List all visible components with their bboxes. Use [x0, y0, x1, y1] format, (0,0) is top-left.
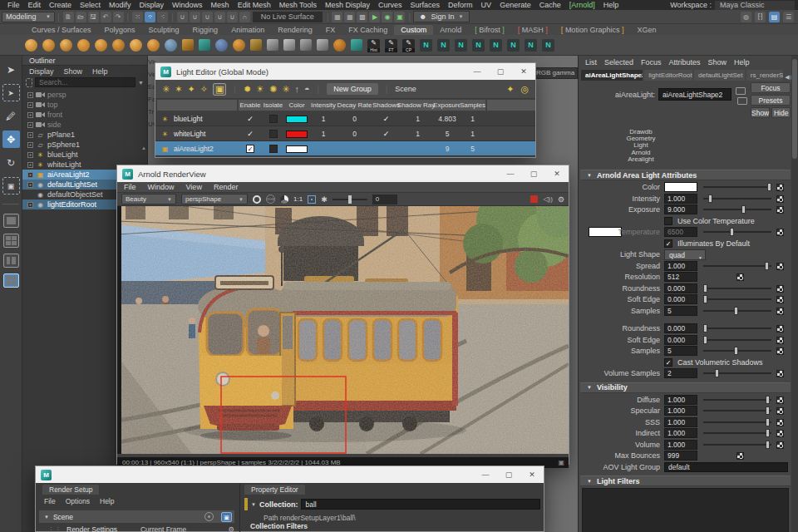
texture-map-button[interactable]	[736, 273, 744, 281]
snap-projected-icon[interactable]: ∪	[214, 12, 225, 22]
scene-header[interactable]: ▼ Scene ▣	[39, 510, 234, 523]
texture-map-button[interactable]	[776, 347, 784, 355]
minimize-button[interactable]: —	[499, 165, 522, 182]
ae-menu-list[interactable]: List	[585, 58, 597, 66]
outliner-item-pplane1[interactable]: +▱pPlane1	[22, 130, 147, 140]
texture-map-button[interactable]	[776, 337, 784, 344]
slider-handle[interactable]	[708, 195, 712, 203]
enable-cell[interactable]: ✓	[239, 111, 262, 126]
light-linking-icon[interactable]: ✦	[506, 84, 514, 95]
shelf-tab-arnold[interactable]: Arnold	[433, 25, 468, 35]
redo-icon[interactable]: ↷	[113, 12, 124, 22]
light-editor-titlebar[interactable]: M Light Editor (Global Mode) — ▢ ✕	[155, 63, 535, 80]
skydome-light-icon[interactable]: ✧	[200, 84, 208, 95]
color-swatch[interactable]	[286, 131, 308, 138]
menu-edit[interactable]: Edit	[24, 1, 46, 9]
shelf-smooth-icon[interactable]	[165, 39, 177, 52]
ae-menu-help[interactable]: Help	[734, 58, 750, 66]
new-scene-icon[interactable]: 🗎	[63, 12, 74, 22]
snap-curve-icon[interactable]: ∪	[190, 12, 200, 22]
renderview-menu-file[interactable]: File	[124, 183, 136, 191]
slider-handle[interactable]	[766, 418, 770, 426]
isolate-cell[interactable]	[262, 126, 284, 141]
isolate-checkbox[interactable]	[269, 130, 278, 138]
light-row-bluelight[interactable]: ✳blueLight✓10✓14.8031	[155, 111, 535, 126]
menu-edit-mesh[interactable]: Edit Mesh	[234, 1, 275, 9]
column-header-intensity[interactable]: Intensity	[309, 100, 337, 111]
slider-handle[interactable]	[734, 307, 738, 315]
slider-handle[interactable]	[730, 228, 734, 236]
column-header-color[interactable]: Color	[284, 100, 309, 111]
slider-specular[interactable]	[703, 410, 771, 411]
ae-menu-selected[interactable]: Selected	[604, 58, 633, 66]
shelf-mash-network-icon[interactable]: N	[472, 39, 485, 52]
dropdown-light-shape[interactable]: quad▼	[664, 249, 706, 260]
outliner-item-psphere1[interactable]: +▱pSphere1	[22, 140, 147, 150]
make-live-icon[interactable]: ∩	[239, 12, 250, 22]
menu-display[interactable]: Display	[135, 1, 169, 9]
slider-samples[interactable]	[703, 310, 771, 312]
render-setup-tab[interactable]: Render Setup	[42, 485, 99, 495]
output-operations-icon[interactable]: ▦	[344, 12, 355, 22]
renderview-menu-window[interactable]: Window	[148, 183, 175, 191]
isolate-checkbox[interactable]	[269, 115, 278, 123]
shelf-mash-network-icon[interactable]: N	[507, 39, 520, 52]
render-icon[interactable]: ▶	[369, 12, 380, 22]
shelf-tab-mash[interactable]: [ MASH ]	[511, 25, 554, 35]
texture-map-button[interactable]	[736, 452, 744, 460]
menu-select[interactable]: Select	[76, 1, 105, 9]
presets-button[interactable]: Presets	[751, 95, 791, 106]
live-surface-field[interactable]: No Live Surface	[253, 12, 323, 22]
shelf-tab-bifrost[interactable]: [ Bifrost ]	[468, 25, 511, 35]
shelf-poly-primitive-icon[interactable]	[95, 39, 107, 52]
shelf-cube-icon[interactable]	[199, 39, 210, 51]
field-intensity[interactable]: 1.000	[664, 194, 697, 204]
renderview-menu-render[interactable]: Render	[214, 183, 239, 191]
slider-handle[interactable]	[703, 284, 707, 293]
samples-cell[interactable]: 5	[460, 141, 485, 156]
expand-icon[interactable]: +	[27, 162, 33, 168]
slider-roundness[interactable]	[703, 328, 771, 329]
shelf-poly-primitive-icon[interactable]	[112, 39, 125, 52]
intensity-cell[interactable]: 1	[309, 126, 337, 141]
shelf-poly-primitive-icon[interactable]	[130, 39, 142, 52]
menu-help[interactable]: Help	[599, 1, 623, 9]
shelf-extrude-icon[interactable]	[233, 39, 245, 52]
color-wheel-icon[interactable]	[280, 195, 288, 204]
field-resolution[interactable]: 512	[664, 272, 697, 282]
color-swatch[interactable]	[286, 116, 308, 123]
close-button[interactable]: ✕	[545, 165, 569, 182]
field-volume-samples[interactable]: 2	[664, 368, 697, 378]
slider-exposure[interactable]	[703, 209, 771, 210]
expand-icon[interactable]: +	[27, 122, 33, 128]
slider-volume[interactable]	[703, 444, 771, 446]
construction-history-icon[interactable]: ▩	[357, 12, 367, 22]
enable-cell[interactable]: ✓	[239, 126, 262, 141]
menu-windows[interactable]: Windows	[168, 1, 207, 9]
isolate-cell[interactable]	[262, 111, 284, 126]
slider-handle[interactable]	[766, 429, 770, 437]
render-setup-menu-file[interactable]: File	[44, 497, 56, 505]
slider-handle[interactable]	[741, 205, 746, 214]
samples-cell[interactable]: 1	[460, 111, 485, 126]
texture-map-button[interactable]	[776, 195, 784, 203]
shelf-poly-primitive-icon[interactable]	[25, 39, 37, 52]
shelf-combine-icon[interactable]	[182, 39, 194, 51]
decay-cell[interactable]: 0	[337, 111, 372, 126]
slider-handle[interactable]	[715, 369, 719, 377]
menu-arnold[interactable]: [Arnold]	[565, 1, 599, 9]
workspace-selector[interactable]: Maya Classic	[715, 1, 795, 10]
swap-input-icon[interactable]	[736, 87, 746, 95]
exposure-cell[interactable]: 4.803	[435, 111, 460, 126]
ambient-light-icon[interactable]: ✹	[244, 84, 251, 95]
outliner-menu-show[interactable]: Show	[64, 67, 83, 76]
layout-four-pane-button[interactable]	[3, 234, 19, 248]
tab-aiarealightshape2[interactable]: aiAreaLightShape2	[581, 70, 643, 81]
maximize-button[interactable]: ▢	[522, 165, 545, 182]
render-setup-menu-help[interactable]: Help	[100, 497, 114, 505]
field-indirect[interactable]: 1.000	[664, 428, 697, 438]
light-row-aiarealight2[interactable]: ▣aiAreaLight2✓95	[155, 141, 535, 156]
field-exposure[interactable]: 9.000	[664, 204, 697, 214]
shelf-mash-network-icon[interactable]: N	[542, 39, 554, 52]
shelf-tab-sculpting[interactable]: Sculpting	[142, 25, 186, 35]
